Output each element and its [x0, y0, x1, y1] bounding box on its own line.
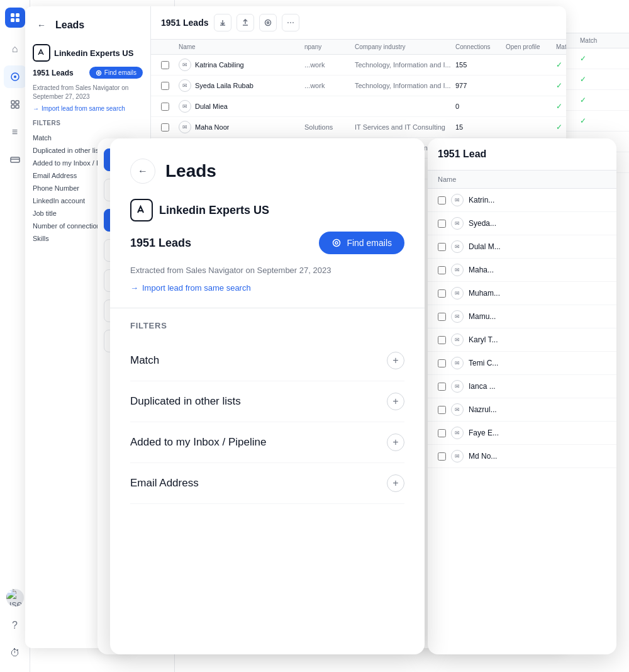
- row-checkbox[interactable]: [161, 123, 179, 132]
- right-cell-name: Temi C...: [469, 359, 498, 367]
- right-table-row[interactable]: ✉ Syeda...: [428, 212, 616, 235]
- svg-rect-10: [11, 157, 19, 162]
- right-row-checkbox[interactable]: [438, 452, 446, 461]
- right-row-checkbox[interactable]: [438, 220, 446, 228]
- modal-filter-row[interactable]: Email Address +: [130, 463, 404, 504]
- sidebar-grid-icon[interactable]: [4, 93, 26, 116]
- person-icon: ✉: [179, 79, 191, 92]
- sidebar-help-icon[interactable]: ?: [4, 614, 26, 637]
- right-table-row[interactable]: ✉ Karyl T...: [428, 328, 616, 352]
- sidebar-user-icon[interactable]: [4, 586, 26, 609]
- modal-import-link[interactable]: → Import lead from same search: [130, 283, 404, 293]
- modal-back-btn[interactable]: ←: [130, 159, 155, 184]
- modal-filters-list: Match + Duplicated in other lists + Adde…: [130, 340, 404, 504]
- second-leads-count: 1951 Leads: [33, 69, 74, 77]
- right-table-row[interactable]: ✉ Maha...: [428, 259, 616, 282]
- second-leads-count-row: 1951 Leads Find emails: [33, 67, 143, 79]
- sidebar-leads-icon[interactable]: [4, 65, 26, 88]
- right-table-row[interactable]: ✉ Mamu...: [428, 305, 616, 328]
- right-row-checkbox[interactable]: [438, 429, 446, 437]
- right-table-row[interactable]: ✉ Katrin...: [428, 189, 616, 212]
- right-table-row[interactable]: ✉ Nazrul...: [428, 398, 616, 422]
- right-table-row[interactable]: ✉ Faye E...: [428, 422, 616, 445]
- col-match: Match: [580, 37, 611, 44]
- right-row-checkbox[interactable]: [438, 336, 446, 344]
- modal-filter-row[interactable]: Match +: [130, 340, 404, 381]
- right-person-icon: ✉: [451, 240, 464, 253]
- second-filters-label: FILTERS: [33, 120, 143, 126]
- second-find-emails-btn[interactable]: Find emails: [89, 67, 143, 79]
- right-table-row[interactable]: ✉ Dulal M...: [428, 235, 616, 259]
- right-cell-name: Syeda...: [469, 219, 496, 228]
- modal-filter-row[interactable]: Added to my Inbox / Pipeline +: [130, 422, 404, 463]
- right-row-checkbox[interactable]: [438, 383, 446, 391]
- right-table-row[interactable]: ✉ Temi C...: [428, 352, 616, 375]
- table-row[interactable]: ✉ Katrina Cabiling ...work Technology, I…: [151, 55, 566, 76]
- modal-find-emails-btn[interactable]: Find emails: [319, 232, 404, 254]
- right-person-icon: ✉: [451, 264, 464, 276]
- right-row-checkbox[interactable]: [438, 196, 446, 204]
- modal-filter-plus-btn[interactable]: +: [387, 474, 404, 492]
- modal-filter-plus-btn[interactable]: +: [387, 393, 404, 410]
- svg-point-17: [267, 22, 269, 24]
- right-person-icon: ✉: [451, 427, 464, 439]
- right-row-checkbox[interactable]: [438, 266, 446, 274]
- modal-filter-label: Email Address: [130, 477, 199, 490]
- second-upload-icon[interactable]: [237, 14, 254, 31]
- svg-rect-6: [11, 101, 14, 104]
- right-table-row[interactable]: ✉ Md No...: [428, 445, 616, 468]
- second-table-header: 1951 Leads ⋯: [151, 6, 566, 40]
- second-header: ← Leads: [33, 16, 143, 34]
- right-col-headers: Name: [428, 171, 616, 189]
- right-row-checkbox[interactable]: [438, 359, 446, 367]
- right-cell-name: Nazrul...: [469, 405, 497, 414]
- row-checkbox[interactable]: [161, 61, 179, 69]
- second-col-match: Match: [556, 43, 566, 50]
- modal-filter-row[interactable]: Duplicated in other lists +: [130, 381, 404, 422]
- right-row-checkbox[interactable]: [438, 243, 446, 251]
- row-checkbox[interactable]: [161, 103, 179, 111]
- sidebar-card-icon[interactable]: [4, 148, 26, 171]
- second-list-icon: [33, 44, 50, 62]
- right-table-row[interactable]: ✉ Muham...: [428, 282, 616, 305]
- person-icon: ✉: [179, 121, 191, 133]
- second-import-link[interactable]: → Import lead from same search: [33, 105, 143, 112]
- table-row[interactable]: ✉ Maha Noor Solutions IT Services and IT…: [151, 117, 566, 138]
- modal-find-emails-label: Find emails: [347, 238, 392, 248]
- modal-leads-count: 1951 Leads: [130, 237, 191, 250]
- modal-import-link-text: Import lead from same search: [142, 283, 251, 293]
- second-list-row: Linkedin Experts US: [33, 44, 143, 62]
- second-download-icon[interactable]: [214, 14, 231, 31]
- svg-point-38: [333, 240, 340, 247]
- sidebar-clock-icon[interactable]: ⏱: [4, 642, 26, 664]
- svg-rect-9: [16, 105, 19, 108]
- right-row-checkbox[interactable]: [438, 289, 446, 298]
- modal-filter-plus-btn[interactable]: +: [387, 434, 404, 451]
- logo-icon[interactable]: [5, 8, 25, 28]
- modal-header: ← Leads: [130, 159, 404, 184]
- table-row[interactable]: ✉ Dulal Miea 0 ✓: [151, 96, 566, 117]
- modal-divider: [110, 308, 425, 308]
- modal-list-icon: [130, 199, 153, 221]
- svg-point-39: [335, 242, 338, 244]
- right-row-checkbox[interactable]: [438, 406, 446, 414]
- table-row[interactable]: ✉ Syeda Laila Rubab ...work Technology, …: [151, 76, 566, 96]
- right-col-name: Name: [438, 176, 606, 183]
- modal-filter-plus-btn[interactable]: +: [387, 352, 404, 369]
- svg-point-14: [96, 70, 101, 75]
- row-checkbox[interactable]: [161, 82, 179, 90]
- second-more-icon[interactable]: ⋯: [282, 14, 299, 31]
- right-row-checkbox[interactable]: [438, 313, 446, 321]
- sidebar-list-icon[interactable]: ≡: [4, 121, 26, 143]
- right-cell-name: Muham...: [469, 289, 500, 298]
- second-col-connections: Connections: [455, 43, 506, 50]
- right-person-icon: ✉: [451, 403, 464, 416]
- modal-extracted-text: Extracted from Sales Navigator on Septem…: [130, 264, 404, 277]
- sidebar-home-icon[interactable]: ⌂: [4, 38, 26, 60]
- row-name: ✉ Katrina Cabiling: [179, 59, 304, 71]
- second-filter-icon[interactable]: [259, 14, 277, 31]
- second-back-btn[interactable]: ←: [33, 16, 50, 34]
- right-table-row[interactable]: ✉ Ianca ...: [428, 375, 616, 398]
- right-table-title: 1951 Lead: [428, 138, 616, 171]
- modal-filter-label: Match: [130, 354, 159, 367]
